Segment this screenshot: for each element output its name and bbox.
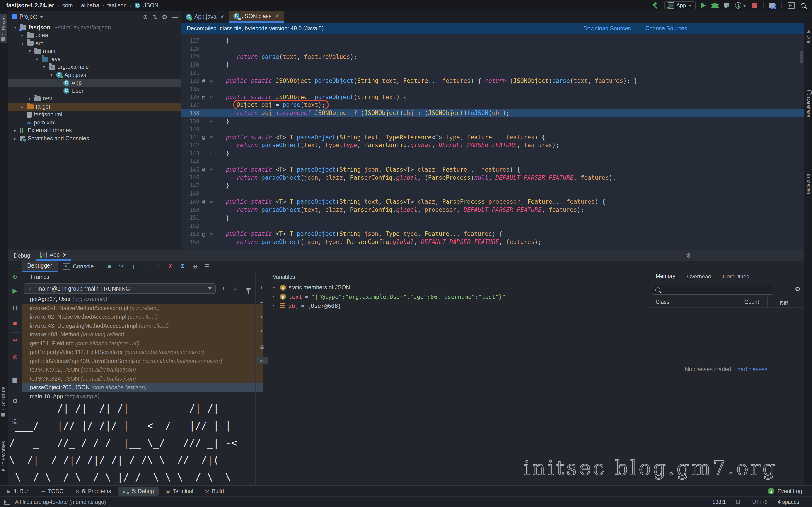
code-line[interactable]: 142 return parseObject(text, type.type, …: [181, 142, 804, 150]
toolwindow-button-terminal[interactable]: ▣Terminal: [161, 487, 198, 496]
line-ending[interactable]: LF: [736, 499, 742, 505]
force-step-into-icon[interactable]: ↓: [142, 263, 150, 270]
profiler-icon[interactable]: [735, 2, 741, 9]
memory-settings-icon[interactable]: ⚙: [795, 286, 800, 292]
column-count[interactable]: Count: [745, 299, 759, 305]
tree-chevron-icon[interactable]: ▸: [27, 97, 32, 101]
tree-chevron-icon[interactable]: ▸: [13, 128, 18, 133]
project-tree-item[interactable]: ▸Scratches and Consoles: [8, 134, 181, 143]
close-icon[interactable]: ✕: [220, 14, 224, 20]
locate-icon[interactable]: ⊕: [143, 13, 148, 20]
editor-tab-json-class[interactable]: CJSON.class✕: [229, 11, 284, 23]
file-encoding[interactable]: UTF-8: [752, 499, 768, 505]
column-class[interactable]: Class: [656, 299, 669, 305]
editor-scrollbar[interactable]: [800, 51, 803, 63]
project-tree-item[interactable]: ▸target: [8, 103, 181, 111]
code-line[interactable]: 136@⊟ public static JSONObject parseObje…: [181, 93, 804, 101]
code-line[interactable]: 129 return parse(text, featureValues);: [181, 53, 804, 61]
build-hammer-icon[interactable]: [652, 2, 658, 9]
code-line[interactable]: 128: [181, 45, 804, 53]
move-down-icon[interactable]: ▼: [256, 329, 268, 333]
caret-position[interactable]: 138:1: [712, 499, 726, 505]
code-line[interactable]: 139⌐ }: [181, 117, 804, 125]
line-number[interactable]: 131: [181, 70, 199, 76]
line-number[interactable]: 143: [181, 150, 199, 157]
gear-icon[interactable]: ⚙: [686, 252, 691, 259]
code-line[interactable]: 146 return parseObject(json, clazz, Pars…: [181, 174, 804, 182]
fold-marker-icon[interactable]: ⌐: [208, 119, 215, 123]
variable-row[interactable]: ▸obj = {User@608}: [267, 301, 648, 310]
frame-row[interactable]: get:451, FieldInfo (com.alibaba.fastjson…: [22, 339, 263, 348]
toolwindow-button-todo[interactable]: ☰TODO: [37, 487, 68, 496]
step-over-icon[interactable]: ↷: [118, 263, 125, 270]
fold-marker-icon[interactable]: ⌐: [208, 152, 215, 156]
line-number[interactable]: 138: [181, 110, 199, 116]
run-anything-icon[interactable]: [788, 2, 795, 9]
toolwindow-stripe-1-project[interactable]: 1: Project: [0, 13, 7, 43]
evaluate-icon[interactable]: ∞: [256, 357, 268, 364]
toolwindow-button-5-debug[interactable]: ●5: Debug: [118, 487, 159, 496]
breadcrumb-item[interactable]: JSON: [143, 2, 159, 9]
code-line[interactable]: 140: [181, 125, 804, 133]
project-tree-item[interactable]: CUser: [8, 87, 181, 95]
line-number[interactable]: 128: [181, 46, 199, 52]
fold-marker-icon[interactable]: ⊟: [208, 79, 215, 83]
fold-marker-icon[interactable]: ⌐: [208, 63, 215, 67]
project-tree-item[interactable]: ▸.idea: [8, 32, 181, 39]
debug-settings-icon[interactable]: ⚙: [8, 397, 22, 405]
memory-tab-overhead[interactable]: Overhead: [687, 272, 711, 282]
toolwindow-button-6-problems[interactable]: ⊘6: Problems: [71, 487, 115, 496]
frame-row[interactable]: toJSON:902, JSON (com.alibaba.fastjson): [22, 366, 263, 375]
project-tree-item[interactable]: ▸test: [8, 95, 181, 103]
project-tree-item[interactable]: ▾CApp.java: [8, 71, 181, 79]
toolwindow-toggle-icon[interactable]: [4, 500, 10, 505]
code-area[interactable]: 127 }128129 return parse(text, featureVa…: [181, 34, 804, 250]
variable-row[interactable]: ▸sstatic members of JSON: [267, 283, 648, 292]
code-line[interactable]: 153@⊟ public static <T> T parseObject(St…: [181, 230, 804, 238]
code-line[interactable]: 151⌐ }: [181, 214, 804, 222]
line-number[interactable]: 151: [181, 215, 199, 221]
code-line[interactable]: 147⌐ }: [181, 182, 804, 190]
frame-row[interactable]: parseObject:206, JSON (com.alibaba.fastj…: [22, 383, 263, 392]
fold-marker-icon[interactable]: ⌐: [208, 216, 215, 220]
line-number[interactable]: 152: [181, 223, 199, 229]
project-tree-item[interactable]: ▸External Libraries: [8, 126, 181, 134]
chevron-down-icon[interactable]: [743, 4, 746, 7]
toolwindow-stripe-2-favorites[interactable]: ★2: Favorites: [0, 441, 6, 473]
line-number[interactable]: 135: [181, 86, 199, 92]
toolwindow-stripe-ant[interactable]: ✱Ant: [806, 29, 812, 44]
line-number[interactable]: 129: [181, 54, 199, 60]
toolwindow-stripe-database[interactable]: Database: [806, 90, 812, 117]
project-structure-icon[interactable]: [769, 3, 775, 8]
breadcrumb-item[interactable]: alibaba: [81, 2, 99, 9]
chevron-down-icon[interactable]: [40, 16, 44, 18]
project-tree-item[interactable]: ▾java: [8, 55, 181, 63]
tree-chevron-icon[interactable]: ▸: [20, 105, 25, 109]
line-number[interactable]: 154: [181, 239, 199, 245]
tab-console[interactable]: Console: [58, 261, 99, 272]
project-tree-item[interactable]: ▾fastjson~/d4m1ts/java/fastjson: [8, 23, 181, 32]
tree-chevron-icon[interactable]: ▸: [273, 303, 277, 308]
code-line[interactable]: 143⌐ }: [181, 150, 804, 158]
frame-row[interactable]: invoke:498, Method (java.lang.reflect): [22, 331, 263, 339]
line-number[interactable]: 136: [181, 94, 199, 100]
fold-marker-icon[interactable]: ⊟: [208, 135, 215, 139]
editor-tab-app-java[interactable]: CApp.java✕: [181, 11, 229, 23]
thread-dump-icon[interactable]: ▣: [8, 377, 22, 384]
line-number[interactable]: 144: [181, 159, 199, 165]
frame-row[interactable]: invoke:43, DelegatingMethodAccessorImpl …: [22, 322, 263, 331]
line-number[interactable]: 140: [181, 126, 199, 132]
frame-row[interactable]: toJSON:824, JSON (com.alibaba.fastjson): [22, 375, 263, 383]
memory-tab-coroutines[interactable]: Coroutines: [723, 272, 749, 282]
line-number[interactable]: 142: [181, 143, 199, 149]
project-tree-item[interactable]: fastjson.iml: [8, 111, 181, 119]
rerun-icon[interactable]: ↻: [8, 273, 22, 281]
frame-row[interactable]: invoke:62, NativeMethodAccessorImpl (sun…: [22, 313, 263, 322]
add-watch-icon[interactable]: +: [256, 284, 268, 291]
line-number[interactable]: 147: [181, 182, 199, 189]
frame-row[interactable]: invoke0:-1, NativeMethodAccessorImpl (su…: [22, 304, 263, 313]
debug-session-tab[interactable]: App ✕: [37, 250, 71, 261]
fold-marker-icon[interactable]: ⊟: [208, 232, 215, 236]
stop-icon[interactable]: [752, 3, 757, 8]
line-number[interactable]: 141: [181, 134, 199, 140]
